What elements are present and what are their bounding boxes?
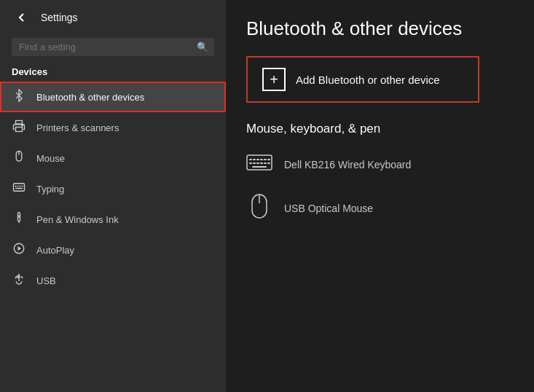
page-title: Bluetooth & other devices	[246, 17, 514, 40]
devices-section-label: Devices	[0, 63, 226, 82]
sidebar-item-usb-label: USB	[36, 275, 56, 286]
pen-icon	[12, 211, 26, 227]
sidebar-item-bluetooth-label: Bluetooth & other devices	[36, 92, 144, 103]
mouse-device-name: USB Optical Mouse	[284, 203, 373, 214]
svg-rect-5	[14, 184, 25, 192]
sidebar-item-typing-label: Typing	[36, 184, 64, 195]
typing-icon	[12, 181, 26, 197]
sidebar-item-pen[interactable]: Pen & Windows Ink	[0, 204, 226, 235]
main-content: Bluetooth & other devices + Add Bluetoot…	[226, 0, 534, 392]
search-icon: 🔍	[197, 42, 208, 52]
svg-rect-0	[16, 121, 23, 125]
svg-marker-13	[18, 246, 22, 251]
sidebar-item-typing[interactable]: Typing	[0, 173, 226, 204]
add-device-button[interactable]: + Add Bluetooth or other device	[246, 56, 479, 103]
mouse-icon	[12, 150, 26, 166]
mouse-device-icon	[246, 193, 272, 224]
sidebar-item-pen-label: Pen & Windows Ink	[36, 214, 119, 225]
search-input[interactable]	[12, 38, 214, 56]
device-item-mouse: USB Optical Mouse	[246, 187, 514, 230]
sidebar: Settings 🔍 Devices Bluetooth & other dev…	[0, 0, 226, 392]
svg-point-2	[22, 125, 23, 127]
back-button[interactable]	[12, 7, 32, 28]
plus-box-icon: +	[262, 68, 286, 91]
svg-rect-1	[16, 128, 23, 132]
keyboard-device-icon	[246, 154, 272, 176]
usb-icon	[12, 273, 26, 289]
sidebar-item-printers-label: Printers & scanners	[36, 122, 119, 133]
sidebar-item-printers[interactable]: Printers & scanners	[0, 112, 226, 143]
mouse-keyboard-section-title: Mouse, keyboard, & pen	[246, 122, 514, 136]
window-title: Settings	[41, 12, 78, 23]
bluetooth-icon	[12, 89, 26, 105]
autoplay-icon	[12, 242, 26, 258]
keyboard-device-name: Dell KB216 Wired Keyboard	[284, 159, 411, 170]
sidebar-item-autoplay[interactable]: AutoPlay	[0, 235, 226, 265]
sidebar-header: Settings	[0, 0, 226, 35]
sidebar-item-bluetooth[interactable]: Bluetooth & other devices	[0, 82, 226, 112]
sidebar-item-autoplay-label: AutoPlay	[36, 245, 74, 256]
printer-icon	[12, 119, 26, 136]
device-item-keyboard: Dell KB216 Wired Keyboard	[246, 148, 514, 181]
sidebar-item-mouse[interactable]: Mouse	[0, 143, 226, 173]
sidebar-item-mouse-label: Mouse	[36, 153, 65, 164]
add-device-label: Add Bluetooth or other device	[296, 74, 440, 86]
svg-rect-14	[17, 276, 20, 278]
sidebar-item-usb[interactable]: USB	[0, 265, 226, 296]
search-container: 🔍	[0, 35, 226, 63]
